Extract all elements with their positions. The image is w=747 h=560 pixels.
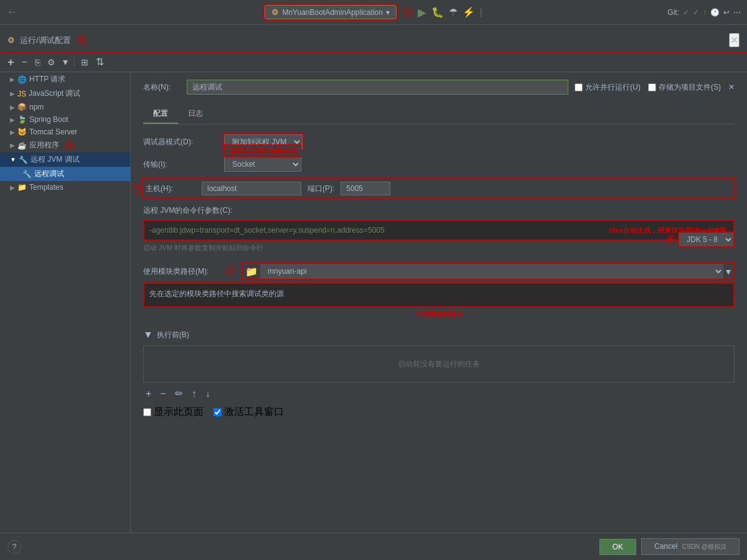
remove-config-button[interactable]: − (19, 56, 30, 68)
exec-up-button[interactable]: ↑ (189, 386, 199, 401)
tree-item-tomcat[interactable]: ▶ 🐱 Tomcat Server (0, 126, 130, 138)
dialog-body: ▶ 🌐 HTTP 请求 ▶ JS JavaScript 调试 ▶ 📦 npm ▶… (0, 72, 747, 533)
exec-toolbar: + − ✏ ↑ ↓ (143, 386, 735, 401)
module-folder-icon: 📁 (243, 266, 260, 278)
coverage-button[interactable]: ☂ (449, 6, 458, 18)
exec-down-button[interactable]: ↓ (203, 386, 213, 401)
debug-button[interactable]: 🐛 (431, 6, 444, 18)
profile-button[interactable]: ⚡ (463, 6, 475, 18)
port-input[interactable] (341, 182, 390, 195)
host-label: 主机(H): (146, 184, 195, 194)
js-icon: JS (17, 90, 26, 98)
tree-item-http[interactable]: ▶ 🌐 HTTP 请求 (0, 72, 130, 86)
save-project-checkbox[interactable] (648, 83, 656, 91)
dialog-title-bar: ⚙ 运行/调试配置 ② ✕ (0, 28, 747, 53)
run-icon: ⚙ (271, 7, 279, 17)
tab-log[interactable]: 日志 (178, 105, 213, 124)
npm-icon: 📦 (17, 103, 27, 111)
jvm-args-label: 远程 JVM的命令行参数(C): (143, 205, 735, 216)
exec-before-area: 启动前没有要运行的任务 (143, 345, 735, 383)
allow-parallel-option: 允许并行运行(U) (575, 82, 641, 93)
templates-label: Templates (29, 183, 63, 192)
jdk-select[interactable]: JDK 5 - 8 JDK 9+ (678, 231, 735, 248)
tree-item-app[interactable]: ▶ ☕ 应用程序 ③ (0, 138, 130, 152)
copy-config-button[interactable]: ⎘ (32, 57, 42, 68)
checkmark-icon: ✓ (683, 8, 689, 17)
name-input[interactable] (187, 80, 568, 95)
git-label: Git: (667, 8, 679, 17)
help-button[interactable]: ? (7, 540, 21, 554)
allow-parallel-checkbox[interactable] (575, 83, 583, 91)
transport-select[interactable]: Socket Shared memory (224, 157, 301, 172)
chevron-js: ▶ (10, 90, 15, 97)
exec-before-header[interactable]: ▼ 执行前(B) (143, 329, 735, 340)
move-config-button[interactable]: ⊞ (78, 57, 91, 68)
name-options: 允许并行运行(U) 存储为项目文件(S) ✕ (575, 82, 735, 93)
arrow-down-config-button[interactable]: ▾ (60, 56, 70, 68)
annotation-5: ⑤ (132, 184, 142, 194)
annotation-6: ⑥ (665, 235, 675, 245)
tomcat-label: Tomcat Server (29, 128, 77, 136)
exec-add-button[interactable]: + (143, 386, 154, 401)
config-tabs: 配置 日志 (143, 105, 735, 124)
add-config-button[interactable]: + (5, 55, 17, 69)
annotation-1: ① (403, 7, 413, 17)
tree-item-remote-debug[interactable]: 🔧 远程调试 (0, 167, 130, 181)
toolbar-left-icons: ← (6, 6, 17, 19)
jvm-args-section: 远程 JVM的命令行参数(C): -agentlib:jdwp=transpor… (143, 205, 735, 253)
tree-item-springboot[interactable]: ▶ 🍃 Spring Boot (0, 113, 130, 126)
http-icon: 🌐 (17, 75, 27, 84)
exec-before-empty-text: 启动前没有要运行的任务 (385, 347, 492, 382)
host-input[interactable] (202, 182, 301, 195)
remote-debug-icon: 🔧 (22, 170, 32, 179)
dialog-title-text: 运行/调试配置 (20, 35, 71, 46)
close-name-icon[interactable]: ✕ (728, 83, 735, 91)
tree-item-npm[interactable]: ▶ 📦 npm (0, 101, 130, 113)
dropdown-arrow-icon: ▾ (386, 8, 390, 17)
tree-item-remote-jvm-group[interactable]: ▼ 🔧 远程 JVM 调试 (0, 152, 130, 167)
module-select[interactable]: mnyuan-api (260, 264, 723, 279)
arrow-left-icon: ← (6, 6, 17, 19)
bottom-left: ? (7, 540, 21, 554)
chevron-tomcat: ▶ (10, 129, 15, 136)
settings-config-button[interactable]: ⚙ (45, 57, 58, 68)
tomcat-icon: 🐱 (17, 128, 27, 136)
js-label: JavaScript 调试 (29, 88, 80, 99)
exec-before-arrow-icon: ▼ (143, 329, 153, 340)
annotation-3: ③ (64, 141, 74, 151)
activate-tool-item: 激活工具窗口 (214, 406, 284, 419)
chevron-templates: ▶ (10, 184, 15, 191)
show-page-checkbox[interactable] (143, 408, 151, 416)
tree-item-templates[interactable]: ▶ 📁 Templates (0, 181, 130, 194)
annotation-2: ② (77, 35, 87, 45)
run-config-dropdown[interactable]: ⚙ MnYuanBootAdminApplication ▾ (265, 5, 396, 19)
transport-row: 传输(I): Socket Shared memory (143, 157, 735, 172)
annotation-5-label: ⑤ (131, 184, 142, 194)
left-panel: ▶ 🌐 HTTP 请求 ▶ JS JavaScript 调试 ▶ 📦 npm ▶… (0, 72, 131, 533)
dialog-close-button[interactable]: ✕ (729, 33, 740, 47)
tree-item-javascript[interactable]: ▶ JS JavaScript 调试 (0, 86, 130, 101)
bottom-checkboxes: 显示此页面 激活工具窗口 (143, 406, 735, 419)
bottom-bar: ? OK Cancel CSDN @模拟汉 (0, 533, 747, 560)
remote-jvm-label: 远程 JVM 调试 (31, 154, 80, 165)
exec-before-label: 执行前(B) (157, 330, 189, 340)
cancel-button[interactable]: Cancel CSDN @模拟汉 (641, 538, 740, 555)
module-section: 使用模块类路径(M): ⑦ 📁 mnyuan-api ▾ 先在选定的模块类路径中… (143, 263, 735, 319)
chevron-app: ▶ (10, 142, 15, 149)
show-page-item: 显示此页面 (143, 406, 204, 419)
run-button[interactable]: ▶ (418, 6, 426, 19)
app-label: 应用程序 (29, 140, 59, 151)
activate-tool-checkbox[interactable] (214, 408, 222, 416)
remote-debug-label: 远程调试 (34, 169, 64, 179)
show-page-label: 显示此页面 (154, 406, 204, 419)
exec-edit-button[interactable]: ✏ (172, 386, 186, 401)
exec-remove-button[interactable]: − (157, 386, 168, 401)
watermark-text: CSDN @模拟汉 (682, 543, 726, 550)
sort-config-button[interactable]: ⇅ (93, 56, 106, 68)
tab-config[interactable]: 配置 (143, 105, 178, 124)
chevron-npm: ▶ (10, 104, 15, 111)
undo-icon: ↩ (723, 8, 730, 17)
ok-button[interactable]: OK (599, 539, 636, 555)
right-panel: 名称(N): 允许并行运行(U) 存储为项目文件(S) ✕ 配置 (131, 72, 747, 533)
transport-section: 传输(I): Socket Shared memory 选择要连接的远程主机 (143, 157, 735, 172)
